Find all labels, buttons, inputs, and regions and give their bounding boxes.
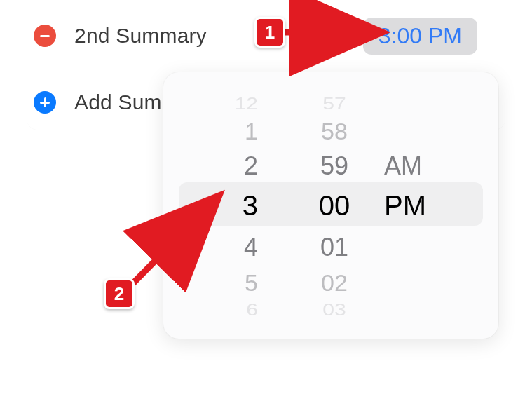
ampm-wheel[interactable]: AM PM — [380, 72, 464, 339]
callout-marker-1: 1 — [254, 17, 285, 48]
row-divider — [69, 69, 491, 69]
svg-line-1 — [128, 203, 212, 289]
remove-summary-button[interactable] — [34, 25, 56, 47]
add-summary-button[interactable] — [34, 91, 56, 114]
hour-option[interactable]: 12 — [198, 95, 289, 112]
hour-option[interactable]: 1 — [198, 119, 289, 143]
minute-option[interactable]: 58 — [289, 119, 380, 143]
minute-option[interactable]: 02 — [289, 271, 380, 294]
plus-icon — [34, 91, 56, 114]
callout-marker-2: 2 — [104, 278, 135, 309]
ampm-option[interactable]: AM — [380, 154, 464, 179]
callout-arrow-2 — [121, 191, 240, 303]
minus-icon — [34, 25, 56, 47]
summary-row-label: 2nd Summary — [74, 24, 207, 48]
hour-option[interactable]: 2 — [198, 154, 289, 179]
hour-option[interactable]: 6 — [198, 301, 289, 318]
minute-wheel[interactable]: 57 58 59 00 01 02 03 — [289, 72, 380, 339]
minute-option[interactable]: 59 — [289, 154, 380, 179]
ampm-option-selected[interactable]: PM — [380, 191, 464, 219]
minute-option-selected[interactable]: 00 — [289, 191, 380, 219]
callout-arrow-1 — [280, 18, 393, 46]
minute-option[interactable]: 03 — [289, 301, 380, 318]
minute-option[interactable]: 57 — [289, 95, 380, 112]
minute-option[interactable]: 01 — [289, 235, 380, 260]
